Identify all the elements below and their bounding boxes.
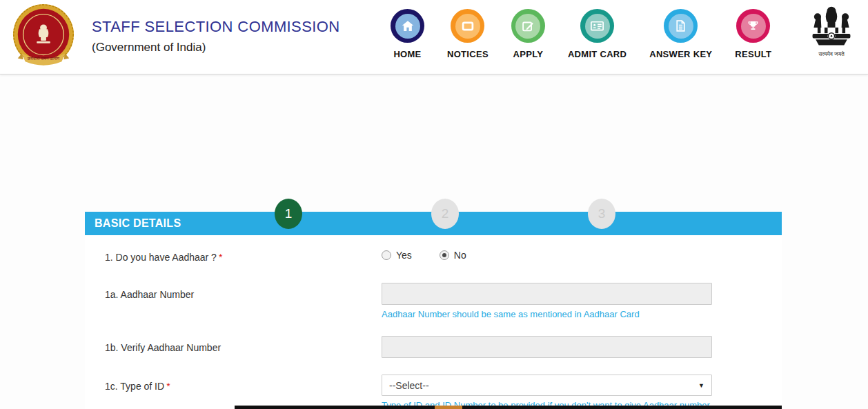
ssc-logo: कर्मचारी चयन आयोग <box>6 3 81 71</box>
required-asterisk: * <box>166 381 170 392</box>
nav-answer-key[interactable]: ANSWER KEY <box>649 9 712 59</box>
step-3-circle: 3 <box>588 199 615 229</box>
verify-aadhaar-input[interactable] <box>382 336 712 358</box>
emblem-motto: सत्यमेव जयते <box>809 51 854 58</box>
logo-ribbon-text: कर्मचारी चयन आयोग <box>27 56 60 61</box>
step-1-circle: 1 <box>275 199 302 229</box>
cutoff-content-strip <box>235 406 782 409</box>
verify-aadhaar-control <box>382 336 712 358</box>
result-icon <box>736 9 770 43</box>
main-nav: HOME NOTICES <box>391 9 771 59</box>
nav-notices[interactable]: NOTICES <box>447 9 489 59</box>
notices-icon <box>451 9 484 43</box>
type-of-id-selected-value: --Select-- <box>389 380 429 391</box>
radio-no-circle[interactable] <box>440 250 449 260</box>
basic-details-panel: BASIC DETAILS 1. Do you have Aadhaar ?* … <box>85 212 782 409</box>
type-of-id-select[interactable]: --Select-- ▼ <box>382 375 712 396</box>
nav-admit-card-label: ADMIT CARD <box>568 49 627 59</box>
step-2-circle: 2 <box>431 199 459 229</box>
page-subtitle: (Government of India) <box>92 41 340 54</box>
radio-yes[interactable]: Yes <box>382 250 412 261</box>
nav-admit-card[interactable]: ADMIT CARD <box>568 9 627 59</box>
nav-apply-label: APPLY <box>513 49 544 59</box>
cutoff-orange-segment <box>435 406 462 409</box>
national-emblem: सत्यमेव जयते <box>809 4 854 72</box>
aadhaar-question-label: 1. Do you have Aadhaar ?* <box>105 252 222 263</box>
answer-key-icon <box>664 9 698 43</box>
nav-result-label: RESULT <box>735 49 771 59</box>
radio-yes-label: Yes <box>396 250 412 261</box>
page: कर्मचारी चयन आयोग STAFF SELECTION COMMIS… <box>0 0 868 409</box>
nav-result[interactable]: RESULT <box>735 9 771 59</box>
radio-yes-circle[interactable] <box>382 250 391 260</box>
type-of-id-label: 1c. Type of ID* <box>105 381 170 392</box>
progress-stepper: 1 BASIC DETAILS 2 ADDITIONAL AND CONTACT… <box>0 97 868 166</box>
apply-icon <box>511 9 545 43</box>
verify-aadhaar-label: 1b. Verify Aadhaar Number <box>105 342 221 353</box>
page-title: STAFF SELECTION COMMISSION <box>92 18 340 36</box>
nav-home[interactable]: HOME <box>391 9 424 59</box>
radio-no-label: No <box>454 250 466 261</box>
home-icon <box>391 9 424 43</box>
admit-card-icon <box>580 9 614 43</box>
brand: STAFF SELECTION COMMISSION (Government o… <box>92 18 340 54</box>
aadhaar-number-label: 1a. Aadhaar Number <box>105 289 194 300</box>
nav-home-label: HOME <box>393 49 421 59</box>
radio-no[interactable]: No <box>440 250 466 261</box>
nav-answer-key-label: ANSWER KEY <box>649 49 712 59</box>
chevron-down-icon: ▼ <box>698 382 704 389</box>
aadhaar-number-input[interactable] <box>382 283 712 305</box>
type-of-id-control: --Select-- ▼ Type of ID and ID Number to… <box>382 375 712 409</box>
required-asterisk: * <box>219 252 222 263</box>
header: कर्मचारी चयन आयोग STAFF SELECTION COMMIS… <box>0 0 868 74</box>
aadhaar-radio-group: Yes No <box>382 250 712 261</box>
aadhaar-number-control: Aadhaar Number should be same as mention… <box>382 283 712 319</box>
nav-notices-label: NOTICES <box>447 49 489 59</box>
aadhaar-number-helper: Aadhaar Number should be same as mention… <box>382 309 712 319</box>
nav-apply[interactable]: APPLY <box>511 9 545 59</box>
